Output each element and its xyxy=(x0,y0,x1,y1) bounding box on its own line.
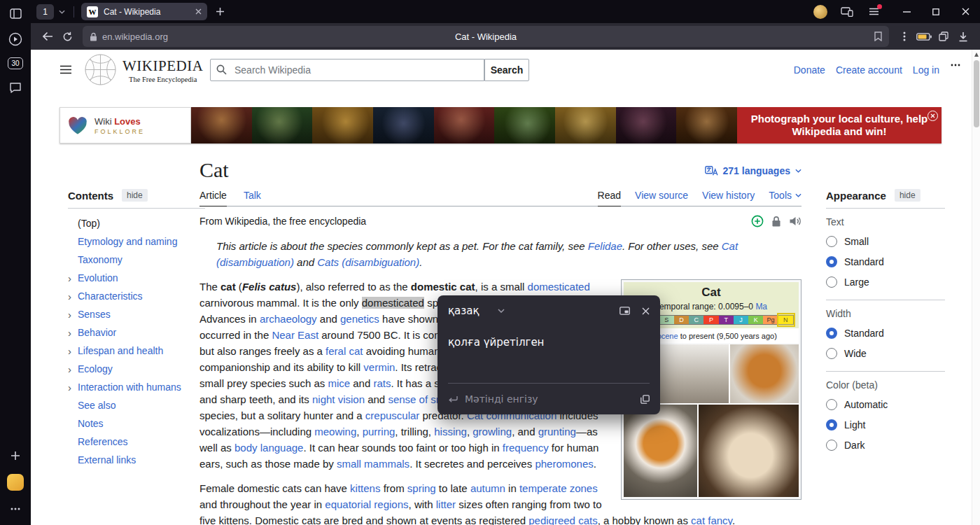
listen-speaker-icon[interactable] xyxy=(789,216,802,227)
toc-item[interactable]: ›Lifespan and health xyxy=(68,342,205,360)
browser-tab[interactable]: W Cat - Wikipedia xyxy=(81,3,207,20)
chevron-right-icon[interactable]: › xyxy=(68,272,78,284)
cat-photo[interactable] xyxy=(624,405,697,497)
donate-link[interactable]: Donate xyxy=(794,64,825,76)
scrollbar-thumb[interactable] xyxy=(974,60,979,127)
header-more-icon[interactable] xyxy=(951,64,960,66)
banner-message[interactable]: Photograph your local culture, help Wiki… xyxy=(737,107,941,144)
cat-photo[interactable] xyxy=(730,344,799,403)
search-input[interactable] xyxy=(210,59,484,81)
toc-item[interactable]: ›Characteristics xyxy=(68,287,205,305)
wiki-link[interactable]: night vision xyxy=(312,393,365,405)
temporal-unit-link[interactable]: Ma xyxy=(755,302,767,312)
appearance-option[interactable]: Automatic xyxy=(826,394,945,414)
chevron-right-icon[interactable]: › xyxy=(68,382,78,393)
appearance-option[interactable]: Dark xyxy=(826,435,945,455)
wiki-link[interactable]: temperate zones xyxy=(519,482,598,494)
wiki-link[interactable]: growling xyxy=(472,426,512,438)
sidebar-toggle-icon[interactable] xyxy=(8,6,23,21)
toc-item[interactable]: ›Evolution xyxy=(68,269,205,287)
wiki-link[interactable]: crepuscular xyxy=(365,410,420,421)
login-link[interactable]: Log in xyxy=(913,64,939,76)
scrollbar-up-arrow[interactable] xyxy=(974,52,979,57)
wiki-link[interactable]: body language xyxy=(234,442,303,454)
toc-item[interactable]: See also xyxy=(68,396,205,414)
wiki-link[interactable]: litter xyxy=(436,498,456,510)
url-bar[interactable]: en.wikipedia.org Cat - Wikipedia xyxy=(83,26,889,47)
search-button[interactable]: Search xyxy=(484,59,529,81)
radio-icon[interactable] xyxy=(826,399,837,410)
main-menu-icon[interactable] xyxy=(59,65,72,74)
appearance-option[interactable]: Standard xyxy=(826,323,945,343)
toc-item[interactable]: Taxonomy xyxy=(68,251,205,269)
chevron-down-icon[interactable] xyxy=(59,10,65,14)
maximize-button[interactable] xyxy=(921,0,951,23)
media-play-icon[interactable] xyxy=(8,31,23,47)
wiki-link[interactable]: meowing xyxy=(314,426,356,438)
radio-icon[interactable] xyxy=(826,328,837,339)
radio-icon[interactable] xyxy=(826,440,837,451)
overflow-menu-icon[interactable] xyxy=(8,501,23,517)
wikipedia-logo[interactable] xyxy=(84,53,117,86)
wiki-link[interactable]: autumn xyxy=(470,482,505,494)
new-tab-button[interactable] xyxy=(216,7,225,16)
chevron-right-icon[interactable]: › xyxy=(68,345,78,357)
pages-icon[interactable] xyxy=(934,27,953,46)
toc-item[interactable]: (Top) xyxy=(68,214,205,232)
close-button[interactable] xyxy=(951,0,980,23)
wikipedia-wordmark[interactable]: WIKIPEDIA The Free Encyclopedia xyxy=(122,57,203,83)
tab-talk[interactable]: Talk xyxy=(244,185,261,206)
tab-view-history[interactable]: View history xyxy=(702,185,755,206)
wiki-link[interactable]: pheromones xyxy=(535,458,593,470)
toc-item[interactable]: ›Interaction with humans xyxy=(68,378,205,396)
download-icon[interactable] xyxy=(953,27,973,46)
copy-icon[interactable] xyxy=(640,395,650,404)
wiki-link[interactable]: rats xyxy=(373,377,391,389)
battery-icon[interactable] xyxy=(914,27,934,46)
wiki-link[interactable]: Felidae xyxy=(588,240,622,252)
appearance-option[interactable]: Wide xyxy=(826,343,945,363)
radio-icon[interactable] xyxy=(826,276,837,288)
toc-item[interactable]: Etymology and naming xyxy=(68,232,205,251)
radio-icon[interactable] xyxy=(826,256,837,267)
tab-counter-badge[interactable]: 30 xyxy=(8,57,23,69)
wiki-link[interactable]: equatorial regions xyxy=(325,498,408,510)
cat-photo[interactable] xyxy=(699,405,799,497)
toc-item[interactable]: ›Senses xyxy=(68,305,205,323)
contents-hide-button[interactable]: hide xyxy=(122,189,148,202)
tab-read[interactable]: Read xyxy=(598,185,621,206)
wiki-link[interactable]: Near East xyxy=(272,329,318,341)
profile-avatar[interactable] xyxy=(813,5,827,19)
toc-item[interactable]: Notes xyxy=(68,414,205,433)
reload-icon[interactable] xyxy=(57,27,77,46)
translate-text-input[interactable] xyxy=(465,393,634,405)
create-account-link[interactable]: Create account xyxy=(836,64,902,76)
toc-item[interactable]: External links xyxy=(68,451,205,469)
chat-icon[interactable] xyxy=(8,80,23,95)
app-menu-icon[interactable] xyxy=(865,4,882,20)
toc-item[interactable]: References xyxy=(68,433,205,451)
good-article-plus-icon[interactable] xyxy=(751,215,764,227)
wiki-link[interactable]: genetics xyxy=(340,313,379,325)
appearance-option[interactable]: Small xyxy=(826,231,945,251)
tab-close-icon[interactable] xyxy=(195,8,202,15)
page-scrollbar[interactable] xyxy=(972,50,980,525)
appearance-option[interactable]: Large xyxy=(826,272,945,292)
close-icon[interactable] xyxy=(642,307,650,315)
chevron-right-icon[interactable]: › xyxy=(68,327,78,339)
toc-item[interactable]: ›Ecology xyxy=(68,360,205,378)
tab-tools[interactable]: Tools xyxy=(769,185,802,206)
appearance-option[interactable]: Standard xyxy=(826,251,945,272)
wiki-link[interactable]: purring xyxy=(363,426,396,438)
kebab-menu-icon[interactable] xyxy=(895,27,914,46)
appearance-hide-button[interactable]: hide xyxy=(895,189,920,202)
back-icon[interactable] xyxy=(38,27,57,46)
wiki-link[interactable]: mice xyxy=(328,377,350,389)
workspace-icon[interactable] xyxy=(7,474,24,491)
radio-icon[interactable] xyxy=(826,348,837,359)
chevron-right-icon[interactable]: › xyxy=(68,290,78,302)
wiki-link[interactable]: cat fancy xyxy=(691,514,732,525)
tab-group-badge[interactable]: 1 xyxy=(36,4,54,20)
plus-icon[interactable] xyxy=(8,448,23,463)
wiki-link[interactable]: domesticated xyxy=(528,281,590,293)
